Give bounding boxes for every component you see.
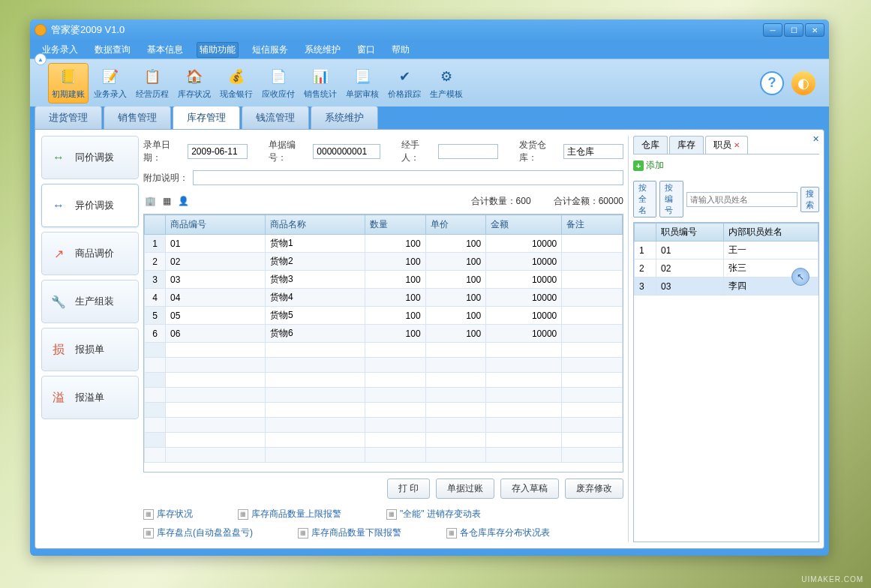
toolbar-btn-4[interactable]: 💰现金银行 bbox=[216, 63, 257, 104]
action-btn-1[interactable]: 单据过账 bbox=[436, 478, 494, 499]
main-grid[interactable]: 商品编号商品名称数量单价金额备注101货物110010010000202货物21… bbox=[143, 214, 623, 472]
menu-item-2[interactable]: 基本信息 bbox=[144, 42, 186, 58]
handler-input[interactable] bbox=[438, 144, 498, 159]
tab-close-icon[interactable]: ✕ bbox=[734, 141, 740, 149]
menu-item-5[interactable]: 系统维护 bbox=[302, 42, 344, 58]
sidebar-item-4[interactable]: 损报损单 bbox=[41, 328, 139, 371]
quick-link[interactable]: ▦各仓库库存分布状况表 bbox=[446, 526, 550, 539]
warehouse-label: 发货仓库： bbox=[519, 139, 559, 164]
table-row[interactable] bbox=[145, 388, 623, 403]
rp-tab-1[interactable]: 库存 bbox=[669, 136, 704, 154]
close-button[interactable]: ✕ bbox=[805, 23, 824, 37]
content-tabs: 进货管理销售管理库存管理钱流管理系统维护 bbox=[30, 106, 829, 129]
statusbar: 当前时间：2009年06月11日 星期四 18时30分 下午 当前操作员：超级用… bbox=[30, 554, 829, 556]
content-tab-2[interactable]: 库存管理 bbox=[173, 106, 240, 129]
menu-item-1[interactable]: 数据查询 bbox=[92, 42, 134, 58]
add-button[interactable]: + 添加 bbox=[633, 159, 664, 172]
link-icon: ▦ bbox=[446, 528, 457, 538]
table-row[interactable] bbox=[145, 448, 623, 463]
maximize-button[interactable]: ☐ bbox=[784, 23, 803, 37]
content-tab-0[interactable]: 进货管理 bbox=[35, 106, 102, 129]
rp-tab-0[interactable]: 仓库 bbox=[633, 136, 668, 154]
date-input[interactable] bbox=[188, 144, 248, 159]
table-row[interactable] bbox=[145, 433, 623, 448]
sidebar-item-2[interactable]: ↗商品调价 bbox=[41, 232, 139, 275]
search-button[interactable]: 搜索 bbox=[800, 187, 820, 212]
table-row[interactable]: 404货物410010010000 bbox=[145, 289, 623, 307]
employee-row[interactable]: 303李四 bbox=[635, 278, 818, 296]
rp-tab-2[interactable]: 职员 ✕ bbox=[705, 136, 748, 154]
mini-grid-icon[interactable]: ▦ bbox=[160, 194, 173, 208]
employee-grid[interactable]: 职员编号内部职员姓名101王一202张三303李四 ↖ bbox=[633, 222, 819, 542]
table-row[interactable]: 303货物310010010000 bbox=[145, 271, 623, 289]
toolbar-btn-7[interactable]: 📃单据审核 bbox=[342, 63, 383, 104]
content-tab-3[interactable]: 钱流管理 bbox=[242, 106, 309, 129]
search-input[interactable] bbox=[686, 192, 797, 207]
action-btn-2[interactable]: 存入草稿 bbox=[500, 478, 559, 499]
minimize-button[interactable]: ─ bbox=[763, 23, 782, 37]
employee-row[interactable]: 101王一 bbox=[635, 242, 818, 260]
mini-building-icon[interactable]: 🏢 bbox=[143, 194, 157, 208]
quick-link[interactable]: ▦库存状况 bbox=[143, 508, 193, 520]
content-tab-4[interactable]: 系统维护 bbox=[311, 106, 378, 129]
table-row[interactable] bbox=[145, 403, 623, 418]
sidebar-item-1[interactable]: ↔异价调拨 bbox=[41, 184, 139, 227]
titlebar[interactable]: 管家婆2009 V1.0 ─ ☐ ✕ bbox=[30, 20, 829, 40]
toolbar-btn-0[interactable]: 📒初期建账 bbox=[48, 63, 89, 104]
sidebar-icon: 损 bbox=[50, 340, 68, 358]
app-window: 管家婆2009 V1.0 ─ ☐ ✕ 业务录入数据查询基本信息辅助功能短信服务系… bbox=[30, 20, 829, 556]
globe-icon[interactable]: ◐ bbox=[791, 71, 815, 95]
filter-code-button[interactable]: 按编号 bbox=[659, 181, 683, 218]
menu-item-6[interactable]: 窗口 bbox=[354, 42, 378, 58]
table-row[interactable]: 505货物510010010000 bbox=[145, 307, 623, 325]
filter-fullname-button[interactable]: 按全名 bbox=[633, 181, 656, 218]
menu-item-7[interactable]: 帮助 bbox=[389, 42, 413, 58]
sidebar-icon: 溢 bbox=[50, 388, 68, 406]
mini-person-icon[interactable]: 👤 bbox=[176, 194, 190, 208]
sidebar-item-5[interactable]: 溢报溢单 bbox=[41, 376, 139, 419]
table-row[interactable]: 202货物210010010000 bbox=[145, 253, 623, 271]
table-row[interactable] bbox=[145, 373, 623, 388]
warehouse-input[interactable] bbox=[563, 144, 623, 159]
content-tab-1[interactable]: 销售管理 bbox=[104, 106, 171, 129]
toolbar-btn-1[interactable]: 📝业务录入 bbox=[90, 63, 131, 104]
table-row[interactable]: 606货物610010010000 bbox=[145, 325, 623, 343]
quick-link[interactable]: ▦"全能" 进销存变动表 bbox=[386, 508, 481, 520]
toolbar-btn-2[interactable]: 📋经营历程 bbox=[132, 63, 173, 104]
menu-item-4[interactable]: 短信服务 bbox=[249, 42, 291, 58]
toolbar-btn-5[interactable]: 📄应收应付 bbox=[258, 63, 299, 104]
toolbar-btn-8[interactable]: ✔价格跟踪 bbox=[384, 63, 425, 104]
tool-icon: ⚙ bbox=[436, 66, 457, 87]
table-row[interactable] bbox=[145, 358, 623, 373]
toolbar-btn-6[interactable]: 📊销售统计 bbox=[300, 63, 341, 104]
sidebar-item-0[interactable]: ↔同价调拨 bbox=[41, 136, 139, 179]
toolbar-collapse-icon[interactable]: ▲ bbox=[35, 53, 47, 65]
quick-link[interactable]: ▦库存商品数量下限报警 bbox=[298, 526, 401, 539]
toolbar-btn-3[interactable]: 🏠库存状况 bbox=[174, 63, 215, 104]
note-input[interactable] bbox=[193, 170, 623, 185]
plus-icon: + bbox=[633, 160, 644, 171]
main-panel: 录单日期： 单据编号： 经手人： 发货仓库： 附加说明： 🏢 ▦ bbox=[143, 136, 623, 542]
employee-row[interactable]: 202张三 bbox=[635, 260, 818, 278]
sidebar-icon: 🔧 bbox=[50, 292, 68, 310]
note-label: 附加说明： bbox=[143, 172, 188, 184]
help-icon[interactable]: ? bbox=[760, 71, 784, 95]
table-row[interactable] bbox=[145, 418, 623, 433]
docno-label: 单据编号： bbox=[269, 139, 308, 164]
table-row[interactable] bbox=[145, 343, 623, 358]
tool-icon: 📄 bbox=[268, 66, 289, 87]
docno-input[interactable] bbox=[313, 144, 380, 159]
quick-link[interactable]: ▦库存商品数量上限报警 bbox=[238, 508, 341, 520]
status-user: 当前操作员：超级用户 bbox=[730, 556, 820, 556]
panel-close-icon[interactable]: ✕ bbox=[812, 134, 819, 144]
action-btn-0[interactable]: 打 印 bbox=[387, 478, 430, 499]
quick-link[interactable]: ▦库存盘点(自动盘盈盘亏) bbox=[143, 526, 253, 539]
table-row[interactable]: 101货物110010010000 bbox=[145, 235, 623, 253]
sidebar-item-3[interactable]: 🔧生产组装 bbox=[41, 280, 139, 323]
action-btn-3[interactable]: 废弃修改 bbox=[565, 478, 623, 499]
toolbar-btn-9[interactable]: ⚙生产模板 bbox=[426, 63, 467, 104]
menu-item-3[interactable]: 辅助功能 bbox=[197, 42, 239, 58]
scroll-up-icon[interactable]: ↖ bbox=[791, 268, 809, 286]
content-area: ↔同价调拨↔异价调拨↗商品调价🔧生产组装损报损单溢报溢单 录单日期： 单据编号：… bbox=[35, 129, 824, 549]
link-icon: ▦ bbox=[386, 509, 397, 520]
